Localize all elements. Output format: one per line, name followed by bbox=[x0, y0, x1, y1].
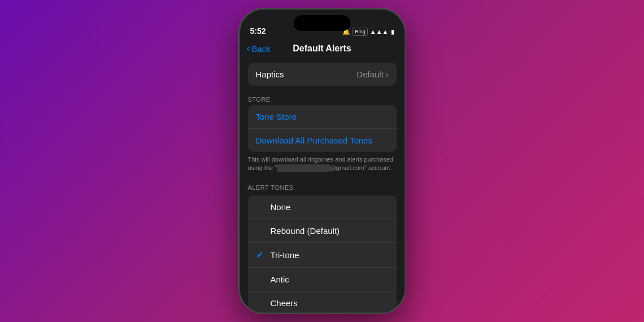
tone-label: Tri-tone bbox=[271, 250, 299, 260]
tone-store-label: Tone Store bbox=[256, 112, 297, 121]
tone-row[interactable]: ✓Tri-tone bbox=[248, 243, 397, 268]
store-note-text: This will download all ringtones and ale… bbox=[248, 156, 393, 171]
store-note: This will download all ringtones and ale… bbox=[240, 152, 404, 179]
wifi-icon: ▲▲▲ bbox=[370, 28, 389, 35]
tone-label: Antic bbox=[271, 275, 289, 284]
nav-bar: ‹ Back Default Alerts bbox=[240, 39, 404, 58]
store-section: Tone Store Download All Purchased Tones bbox=[248, 105, 397, 152]
tone-row[interactable]: None bbox=[248, 195, 397, 219]
tones-section: NoneRebound (Default)✓Tri-toneAnticCheer… bbox=[248, 195, 397, 312]
battery-icon: ▮ bbox=[391, 28, 394, 36]
back-button[interactable]: ‹ Back bbox=[247, 43, 271, 54]
status-time: 5:52 bbox=[250, 27, 266, 36]
haptics-value-text: Default bbox=[356, 69, 384, 79]
back-label: Back bbox=[252, 44, 271, 54]
dynamic-island bbox=[294, 15, 350, 31]
tone-row[interactable]: Antic bbox=[248, 268, 397, 291]
ring-label: Ring bbox=[353, 28, 368, 36]
haptics-label: Haptics bbox=[256, 69, 284, 79]
status-icons: 🔔 Ring ▲▲▲ ▮ bbox=[342, 28, 394, 36]
tone-label: None bbox=[271, 202, 291, 212]
tone-label: Cheers bbox=[271, 298, 298, 308]
chevron-right-icon: › bbox=[386, 70, 389, 79]
tone-label: Rebound (Default) bbox=[271, 226, 340, 236]
haptics-value: Default › bbox=[356, 69, 388, 79]
download-tones-row[interactable]: Download All Purchased Tones bbox=[248, 129, 397, 152]
download-tones-label: Download All Purchased Tones bbox=[256, 136, 373, 145]
tone-row[interactable]: Rebound (Default) bbox=[248, 219, 397, 243]
phone-frame: 5:52 🔔 Ring ▲▲▲ ▮ ‹ Back Default Alerts … bbox=[239, 8, 406, 314]
store-section-header: STORE bbox=[240, 90, 404, 105]
back-chevron-icon: ‹ bbox=[247, 42, 250, 54]
haptics-row[interactable]: Haptics Default › bbox=[248, 63, 397, 86]
page-title: Default Alerts bbox=[293, 43, 351, 54]
checkmark-icon: ✓ bbox=[256, 250, 265, 260]
screen: ‹ Back Default Alerts Haptics Default › … bbox=[240, 39, 404, 312]
tone-row[interactable]: Cheers bbox=[248, 291, 397, 312]
tone-store-row[interactable]: Tone Store bbox=[248, 105, 397, 129]
alert-tones-header: ALERT TONES bbox=[240, 179, 404, 193]
